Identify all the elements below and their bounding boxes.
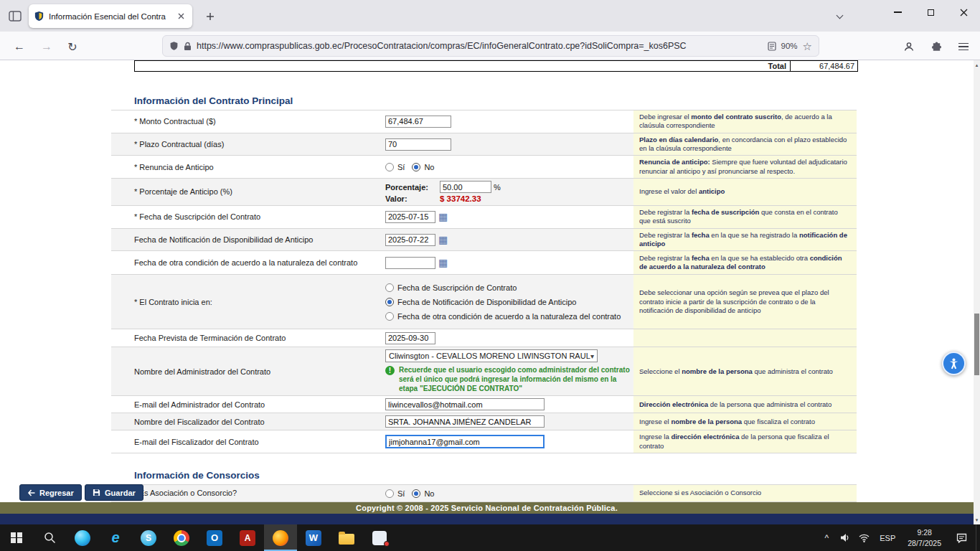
shield-icon[interactable] bbox=[169, 41, 179, 51]
window-close-button[interactable] bbox=[947, 0, 980, 24]
forward-icon[interactable]: → bbox=[37, 37, 56, 56]
reload-icon[interactable]: ↻ bbox=[63, 37, 82, 56]
row-renuncia-anticipo: * Renuncia de Anticipo Sí No Renuncia de… bbox=[111, 155, 857, 178]
taskbar-skype-icon[interactable]: S bbox=[132, 524, 165, 551]
consorcio-radio-no[interactable] bbox=[412, 489, 420, 498]
account-icon[interactable] bbox=[900, 37, 918, 56]
page-scrollbar[interactable]: ▲ ▼ bbox=[974, 60, 980, 524]
consorcio-label-si: Sí bbox=[397, 489, 405, 498]
page-content: Total 67,484.67 Información del Contrato… bbox=[0, 60, 974, 524]
help-consorcio: Seleccione si es Asociación o Consorcio bbox=[633, 485, 857, 501]
volume-icon[interactable] bbox=[836, 524, 854, 551]
tab-list-chevron-icon[interactable] bbox=[832, 11, 847, 22]
guardar-button[interactable]: Guardar bbox=[85, 484, 143, 501]
search-icon bbox=[44, 532, 56, 544]
taskbar-firefox-icon-active[interactable] bbox=[264, 524, 297, 551]
start-button[interactable] bbox=[0, 524, 33, 551]
window-maximize-button[interactable] bbox=[914, 0, 947, 24]
renuncia-label-si: Sí bbox=[397, 163, 405, 171]
extensions-icon[interactable] bbox=[927, 37, 946, 56]
calendar-icon[interactable]: ▦ bbox=[438, 235, 448, 245]
help-email-fiscalizador: Ingrese la dirección electrónica de la p… bbox=[633, 430, 857, 453]
row-fecha-suscripcion: * Fecha de Suscripción del Contrato ▦ De… bbox=[111, 205, 857, 228]
accessibility-person-icon bbox=[948, 357, 960, 369]
inicia-radio-0[interactable] bbox=[385, 283, 394, 292]
help-fecha-notificacion: Debe registrar la fecha en la que se ha … bbox=[633, 229, 857, 251]
back-icon[interactable]: ← bbox=[10, 37, 29, 56]
firefox-view-icon[interactable] bbox=[6, 8, 24, 24]
renuncia-radio-si[interactable] bbox=[385, 163, 394, 171]
fiscalizador-input[interactable] bbox=[385, 415, 545, 428]
network-wifi-icon[interactable] bbox=[854, 524, 873, 551]
administrador-select[interactable]: Cliwinsgton - CEVALLOS MORENO LIWINSGTON… bbox=[385, 349, 598, 362]
label-consorcio: ¿Es Asociación o Consorcio? bbox=[111, 485, 384, 501]
language-indicator[interactable]: ESP bbox=[873, 534, 902, 542]
bookmark-star-icon[interactable]: ☆ bbox=[803, 41, 812, 52]
taskbar-search-button[interactable] bbox=[33, 524, 66, 551]
label-fecha-suscripcion: * Fecha de Suscripción del Contrato bbox=[111, 206, 384, 228]
taskbar-word-icon[interactable]: W bbox=[297, 524, 330, 551]
email-administrador-input[interactable] bbox=[385, 398, 545, 410]
taskbar-internet-explorer-icon[interactable]: e bbox=[99, 524, 132, 551]
total-label: Total bbox=[135, 61, 791, 71]
inicia-option-2: Fecha de otra condición de acuerdo a la … bbox=[397, 312, 621, 321]
taskbar-clock[interactable]: 9:28 28/7/2025 bbox=[902, 527, 947, 547]
help-fecha-terminacion bbox=[633, 329, 857, 347]
label-administrador: Nombre del Administrador del Contrato bbox=[111, 347, 384, 395]
monto-input[interactable] bbox=[385, 116, 451, 128]
action-center-icon[interactable] bbox=[947, 524, 976, 551]
administrador-note-text: Recuerde que el usuario escogido como ad… bbox=[399, 365, 630, 393]
footer-bar bbox=[0, 514, 974, 524]
taskbar-outlook-icon[interactable]: O bbox=[198, 524, 231, 551]
consorcio-radio-si[interactable] bbox=[385, 489, 394, 498]
help-fecha-otra: Debe registrar la fecha en la que se ha … bbox=[633, 251, 857, 274]
inicia-radio-1[interactable] bbox=[385, 298, 394, 306]
windows-logo-icon bbox=[11, 532, 22, 544]
scrollbar-up-icon[interactable]: ▲ bbox=[974, 60, 980, 70]
administrador-note: ! Recuerde que el usuario escogido como … bbox=[385, 365, 630, 393]
email-fiscalizador-input[interactable] bbox=[385, 435, 545, 448]
row-fecha-notificacion: Fecha de Notificación de Disponibilidad … bbox=[111, 228, 857, 251]
taskbar-file-explorer-icon[interactable] bbox=[330, 524, 363, 551]
system-tray: ^ ESP 9:28 28/7/2025 bbox=[817, 524, 980, 551]
taskbar-chrome-icon[interactable] bbox=[165, 524, 198, 551]
plazo-input[interactable] bbox=[385, 138, 451, 151]
regresar-button[interactable]: Regresar bbox=[19, 484, 82, 501]
label-monto: * Monto Contractual ($) bbox=[111, 110, 384, 133]
hidden-icons-chevron[interactable]: ^ bbox=[817, 524, 836, 551]
help-fiscalizador: Ingrese el nombre de la persona que fisc… bbox=[633, 413, 857, 430]
porcentaje-input[interactable] bbox=[440, 181, 491, 193]
tab-close-icon[interactable] bbox=[175, 10, 187, 22]
taskbar-chat-app-icon[interactable] bbox=[363, 524, 396, 551]
inicia-radio-2[interactable] bbox=[385, 312, 394, 321]
scrollbar-thumb[interactable] bbox=[974, 314, 979, 375]
fecha-terminacion-input[interactable] bbox=[385, 332, 435, 344]
renuncia-radio-no[interactable] bbox=[412, 163, 420, 171]
taskbar-acrobat-icon[interactable]: A bbox=[231, 524, 264, 551]
reader-mode-icon[interactable] bbox=[768, 42, 776, 51]
taskbar-edge-icon[interactable] bbox=[66, 524, 99, 551]
row-fecha-otra-condicion: Fecha de otra condición de acuerdo a la … bbox=[111, 250, 857, 274]
browser-tab[interactable]: Información Esencial del Contra bbox=[29, 4, 192, 28]
window-minimize-button[interactable] bbox=[881, 0, 914, 24]
show-desktop-button[interactable] bbox=[976, 524, 980, 551]
select-arrow-icon: ▾ bbox=[590, 352, 594, 360]
zoom-level[interactable]: 90% bbox=[781, 42, 798, 50]
tab-favicon bbox=[34, 11, 44, 22]
total-value: 67,484.67 bbox=[791, 61, 857, 71]
scrollbar-down-icon[interactable]: ▼ bbox=[974, 515, 980, 524]
porcentaje-sublabel: Porcentaje: bbox=[385, 183, 438, 192]
section-gap bbox=[111, 453, 857, 466]
clock-date: 28/7/2025 bbox=[908, 538, 941, 548]
accessibility-widget-button[interactable] bbox=[942, 352, 966, 375]
inicia-option-0: Fecha de Suscripción de Contrato bbox=[397, 283, 517, 292]
fecha-suscripcion-input[interactable] bbox=[385, 211, 435, 223]
menu-icon[interactable] bbox=[954, 37, 973, 56]
lock-icon[interactable] bbox=[184, 42, 192, 51]
fecha-otra-input[interactable] bbox=[385, 257, 435, 269]
calendar-icon[interactable]: ▦ bbox=[438, 212, 448, 222]
calendar-icon[interactable]: ▦ bbox=[438, 258, 448, 268]
fecha-notificacion-input[interactable] bbox=[385, 234, 435, 246]
new-tab-button[interactable] bbox=[202, 9, 218, 24]
url-bar[interactable]: https://www.compraspublicas.gob.ec/Proce… bbox=[162, 35, 819, 57]
